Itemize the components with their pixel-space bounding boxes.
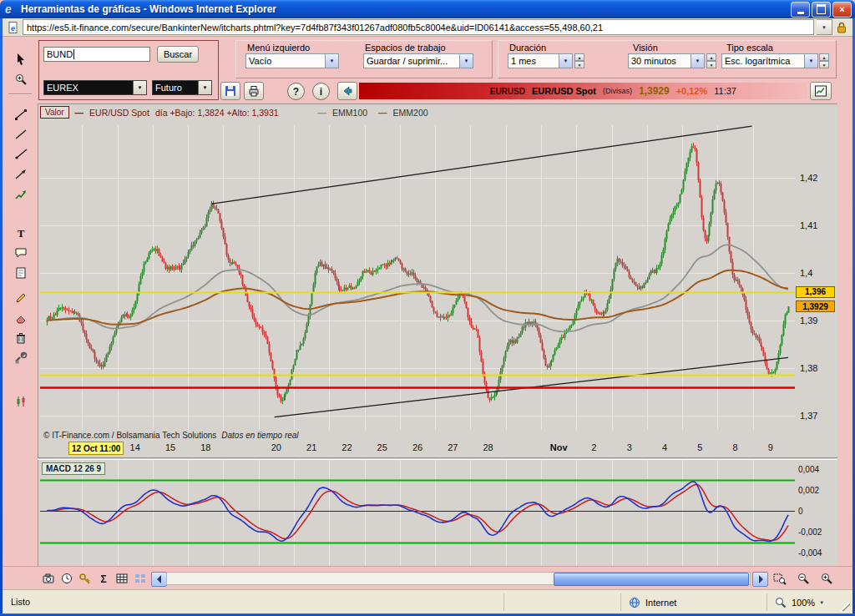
page-icon: e [7,21,20,34]
search-input[interactable]: BUND [43,47,150,62]
left-menu-select[interactable]: Vacío ▼ [245,53,339,68]
back-button[interactable] [337,82,357,100]
zoom-selection-button[interactable] [770,570,790,587]
x-axis-label: 20 [265,442,288,452]
trash-tool-icon [14,331,28,345]
text-tool-button[interactable]: T [10,224,32,242]
notes-tool-button[interactable] [10,264,32,282]
scroll-right-icon [754,573,767,586]
legend-emm100: EMM100 [332,108,367,118]
vision-label: Visión [633,43,658,53]
candlestick-tool-button[interactable] [10,392,32,411]
clock-icon [60,572,73,585]
notes-tool-icon [14,266,28,280]
zoom-in-button[interactable] [10,70,32,88]
legend-series-name: EUR/USD Spot [89,108,149,118]
grid-button[interactable] [132,570,149,587]
duration-value: 1 mes [508,56,559,66]
price-chart-canvas[interactable] [40,125,795,430]
chevron-down-icon[interactable]: ▼ [559,54,572,68]
scroll-right-button[interactable] [752,572,768,587]
duration-stepper[interactable]: ▲▼ [574,53,584,68]
scroll-left-button[interactable] [151,572,167,587]
key-icon [78,572,92,585]
chevron-down-icon[interactable]: ▼ [133,81,146,94]
info-button[interactable]: i [312,83,330,100]
zoom-magnifier-icon [774,596,787,609]
sum-button[interactable]: Σ [95,570,112,587]
scale-type-value: Esc. logarítmica [722,56,804,66]
chevron-down-icon[interactable]: ▼ [325,54,338,68]
vision-stepper[interactable]: ▲▼ [706,53,716,68]
macd-chart-canvas[interactable] [40,460,795,566]
save-button[interactable] [220,82,240,100]
arrow-line-button[interactable] [10,165,32,184]
pointer-icon [14,53,28,66]
internet-explorer-icon: e [5,3,17,16]
status-text: Listo [11,597,30,607]
macd-settings-label[interactable]: MACD 12 26 9 [42,462,105,475]
comment-tool-button[interactable] [10,244,32,262]
segment-line-button[interactable] [10,125,32,144]
chart-legend: Valor — EUR/USD Spot día +Bajo: 1,3824 +… [40,106,833,119]
search-button[interactable]: Buscar [157,46,199,63]
exchange-select[interactable]: EUREX ▼ [43,80,147,95]
valor-box[interactable]: Valor [40,106,69,119]
left-menu-label: Menú izquierdo [247,43,310,53]
drawing-toolbar: T [3,37,38,566]
back-arrow-icon [341,84,354,98]
workspaces-select[interactable]: Guardar / suprimir... ▼ [363,53,473,68]
svg-text:e: e [11,23,15,32]
url-input[interactable]: https://es5.it-finance.com/secure/Bankin… [23,19,814,35]
ray-line-button[interactable] [10,145,32,164]
x-axis-label: 28 [477,442,500,452]
table-button[interactable] [114,570,130,587]
chart-scrollbar-thumb[interactable] [554,573,749,586]
instrument-type-select[interactable]: Futuro ▼ [152,80,212,95]
trash-tool-button[interactable] [10,329,32,347]
title-bar[interactable]: e Herramientas de gráficas - Windows Int… [0,0,855,18]
text-caret [73,49,74,59]
x-axis-label: 26 [406,442,429,452]
zoom-in-icon [820,572,833,585]
globe-icon [628,596,641,609]
vision-select[interactable]: 30 minutos ▼ [628,53,705,68]
zoom-in-button[interactable] [817,570,837,587]
save-icon [224,84,237,98]
bottom-toolbar: Σ [3,566,852,589]
instrument-name: EUR/USD Spot [532,86,596,96]
pencil-tool-button[interactable] [10,289,32,307]
chevron-down-icon[interactable]: ▼ [691,54,704,68]
key-button[interactable] [77,570,94,587]
instrument-price: 1,3929 [639,85,670,97]
zone-label: Internet [645,598,676,608]
search-value: BUND [47,49,73,59]
help-button[interactable]: ? [287,83,305,100]
minimize-button[interactable] [791,2,810,18]
zoom-out-button[interactable] [793,570,813,587]
close-button[interactable]: × [832,2,852,18]
macd-axis-label: 0 [798,507,803,516]
clock-button[interactable] [58,570,75,587]
settings-tool-button[interactable] [10,349,32,367]
resize-grip[interactable] [840,601,850,611]
chevron-down-icon[interactable]: ▼ [459,54,473,68]
duration-select[interactable]: 1 mes ▼ [508,53,573,68]
open-chart-button[interactable] [810,82,832,100]
trend-line-button[interactable] [10,105,32,124]
chevron-down-icon[interactable]: ▼ [198,81,211,94]
print-button[interactable] [244,82,264,100]
instrument-symbol: EURUSD [490,87,525,96]
camera-button[interactable] [40,570,57,587]
scale-type-select[interactable]: Esc. logarítmica ▼ [721,53,818,68]
pointer-button[interactable] [10,50,32,68]
zoom-level: 100% [792,598,815,608]
eraser-tool-button[interactable] [10,309,32,327]
url-dropdown-button[interactable]: ▼ [817,19,832,35]
workspaces-value: Guardar / suprimir... [364,56,459,66]
scale-type-stepper[interactable]: ▲▼ [819,53,829,68]
segment-line-icon [14,128,28,141]
maximize-button[interactable] [812,2,831,18]
chevron-down-icon[interactable]: ▼ [804,54,817,68]
growth-line-button[interactable] [10,185,32,204]
